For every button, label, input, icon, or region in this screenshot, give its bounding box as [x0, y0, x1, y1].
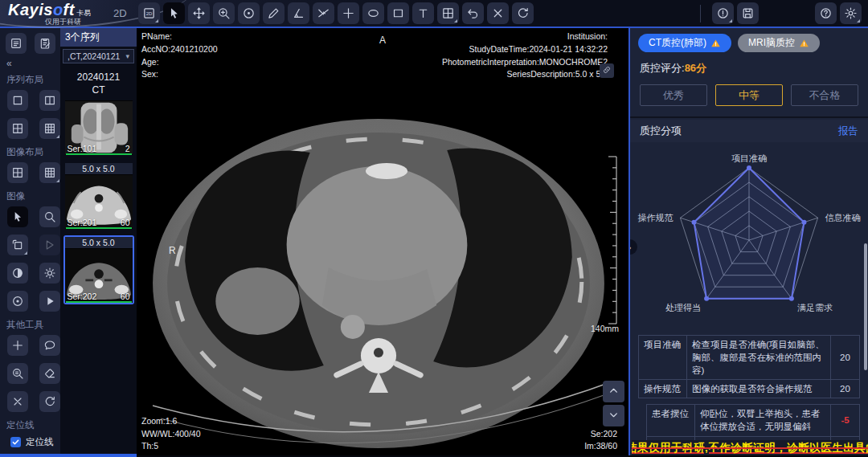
reset-rotate-icon [43, 395, 56, 408]
layout-grid-icon [441, 6, 455, 20]
crosshair-button[interactable] [7, 335, 28, 356]
layout-1x1-button[interactable] [7, 90, 28, 111]
pan-button[interactable] [188, 2, 210, 24]
layout-grid-button[interactable] [437, 2, 459, 24]
thumbnail-image-count: 60 [121, 292, 130, 301]
magnifier-text-button[interactable] [7, 363, 28, 384]
sidebar-collapse-button[interactable]: « [0, 55, 60, 70]
reset-rotate-button[interactable] [512, 2, 534, 24]
pointer-icon [11, 210, 24, 223]
sidebar-tool-grid [0, 333, 60, 415]
windowing-target-button[interactable] [238, 2, 260, 24]
crosshair-icon [11, 339, 24, 352]
table-row: 患者摆位仰卧位，双臂上举抱头，患者体位摆放合适，无明显偏斜-5 [646, 404, 860, 436]
grade-button-优秀[interactable]: 优秀 [640, 84, 707, 106]
close-x-icon [11, 395, 24, 408]
checkbox-checked-icon [10, 437, 21, 447]
image-scroll-buttons [603, 381, 624, 426]
settings-gear-icon [844, 6, 858, 20]
scale-ruler [606, 155, 620, 325]
thumbnail-progress-line [66, 153, 132, 155]
thumbnail-footer: Ser:1012 [65, 144, 133, 153]
target-dot-button[interactable] [7, 291, 28, 312]
undo-button[interactable] [462, 2, 484, 24]
crosshair-icon [342, 6, 355, 20]
ct-image-viewport[interactable]: PName:AccNO:2401210200Age:Sex: Institusi… [137, 28, 628, 455]
checkbox-定位线[interactable]: 定位线 [0, 434, 60, 451]
thumbnail-progress-line [66, 227, 132, 229]
magnifier-button[interactable] [39, 206, 60, 227]
panel-right-scrollbar-thumb[interactable] [864, 243, 867, 370]
report-clipboard-button[interactable] [35, 33, 55, 54]
series-dropdown[interactable]: ,CT,20240121 ▾ [63, 49, 134, 63]
table-row: 操作规范图像的获取是否符合操作规范20 [638, 380, 860, 398]
help-circle-button[interactable] [815, 2, 837, 24]
ellipse-button[interactable] [362, 2, 384, 24]
radar-svg: 项目准确信息准确满足需求处理得当操作规范 [631, 142, 867, 333]
panel-list-button[interactable] [6, 33, 27, 54]
brightness-sun-button[interactable] [39, 263, 60, 284]
settings-gear-button[interactable] [840, 2, 862, 24]
layout-2x2-button[interactable] [7, 118, 28, 139]
rectangle-button[interactable] [387, 2, 409, 24]
crosshair-button[interactable] [338, 2, 359, 24]
view-2d-button[interactable]: 2D [138, 2, 160, 24]
layout-3x3-icon [43, 166, 56, 179]
panel-left-scrollbar-thumb[interactable] [628, 284, 630, 317]
qc-tab-MRI脑质控[interactable]: MRI脑质控 [738, 34, 820, 52]
item-name: 操作规范 [639, 380, 687, 398]
delete-x-button[interactable] [487, 2, 509, 24]
logo-text: Kayisoft [8, 2, 75, 18]
grade-button-中等[interactable]: 中等 [715, 84, 783, 106]
reset-rotate-button[interactable] [39, 391, 60, 412]
grade-button-不合格[interactable]: 不合格 [791, 84, 858, 106]
pointer-button[interactable] [163, 2, 185, 24]
checkbox-label: 定位线 [26, 436, 54, 448]
close-x-button[interactable] [7, 391, 28, 412]
qc-tab-CT质控(肺部)[interactable]: CT质控(肺部) [638, 34, 731, 52]
angle-button[interactable] [288, 2, 309, 24]
series-panel: 3个序列 ,CT,20240121 ▾ 20240121 CT Ser:1012… [60, 28, 137, 455]
series-thumbnail-Ser-201[interactable]: 5.0 x 5.0Ser:20160 [63, 161, 134, 231]
scroll-up-button[interactable] [603, 381, 624, 402]
thumbnail-footer: Ser:20260 [65, 292, 133, 301]
rotate-crop-button[interactable] [7, 235, 28, 255]
comment-bubble-button[interactable] [39, 335, 60, 356]
qc-tab-label: CT质控(肺部) [649, 36, 706, 50]
save-disk-icon [741, 6, 755, 20]
layout-2x2-button[interactable] [7, 162, 28, 183]
layout-1x2-button[interactable] [39, 90, 60, 111]
thumbnail-header: 5.0 x 5.0 [65, 237, 133, 248]
series-link-button[interactable] [600, 63, 614, 78]
text-annotation-button[interactable] [412, 2, 434, 24]
scroll-down-button[interactable] [603, 405, 624, 426]
info-circle-button[interactable] [712, 2, 734, 24]
layout-3x3-button[interactable] [39, 118, 60, 139]
sidebar-tool-grid [0, 161, 60, 186]
report-link[interactable]: 报告 [838, 124, 858, 138]
warning-icon [799, 39, 809, 48]
pencil-button[interactable] [263, 2, 285, 24]
rotate-crop-icon [11, 239, 24, 251]
thumbnail-image-count: 60 [121, 218, 130, 227]
series-thumbnail-Ser-202[interactable]: 5.0 x 5.0Ser:20260 [63, 235, 134, 304]
overlay-study-info: Institusion:StudyDateTime:2024-01-21 14:… [442, 31, 608, 81]
cobb-angle-button[interactable] [313, 2, 334, 24]
item-score: 20 [830, 380, 859, 398]
eraser-button[interactable] [39, 363, 60, 384]
undo-icon [466, 6, 480, 20]
layout-3x3-button[interactable] [39, 162, 60, 183]
series-thumbnail-Ser-101[interactable]: Ser:1012 [63, 99, 134, 157]
zoom-in-button[interactable] [213, 2, 235, 24]
invert-circle-button[interactable] [7, 263, 28, 284]
pacs-application-window: Kayisoft 卡易 仅用于科研 2D 2D « 序列布局图像布局图像其他工具… [0, 0, 868, 457]
magnifier-icon [43, 210, 56, 223]
text-annotation-icon [416, 6, 430, 20]
save-disk-button[interactable] [737, 2, 759, 24]
flag-play-button[interactable] [39, 235, 60, 255]
qc-grade-buttons: 优秀中等不合格 [630, 77, 868, 118]
orientation-marker-anterior: A [379, 35, 386, 46]
pointer-button[interactable] [7, 206, 28, 227]
thumbnail-progress-line [66, 301, 132, 303]
play-triangle-button[interactable] [39, 291, 60, 312]
